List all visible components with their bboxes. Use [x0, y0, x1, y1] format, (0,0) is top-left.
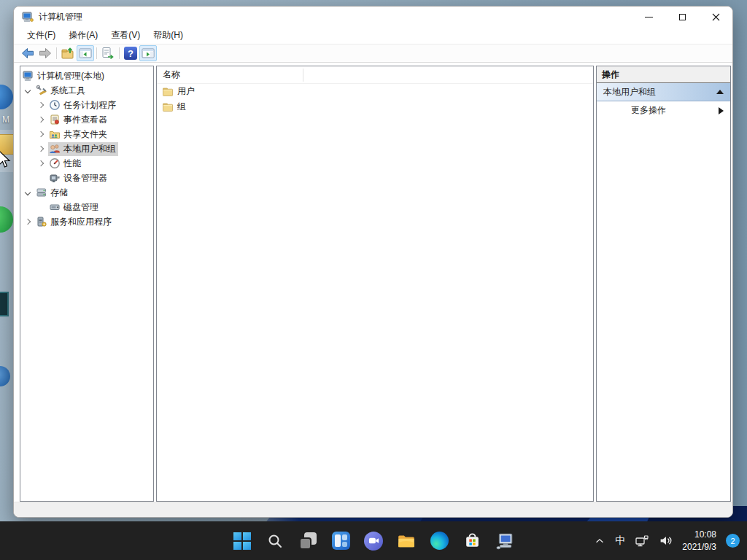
tree-item-label: 任务计划程序	[63, 99, 116, 112]
clock[interactable]: 10:08 2021/9/3	[682, 529, 716, 552]
tree-item-label: 磁盘管理	[63, 201, 98, 214]
tree-item-label: 本地用户和组	[63, 143, 116, 155]
export-list-button[interactable]	[99, 45, 117, 61]
widgets-button[interactable]	[330, 531, 351, 551]
tree-item-local-users-and-groups[interactable]: 本地用户和组	[20, 141, 153, 156]
list-item-groups[interactable]: 组	[157, 99, 593, 114]
back-button[interactable]	[19, 45, 36, 61]
network-icon[interactable]	[635, 534, 649, 548]
ime-indicator[interactable]: 中	[615, 534, 625, 548]
store-button[interactable]	[462, 531, 482, 551]
task-view-icon	[299, 532, 317, 550]
windows-logo-icon	[233, 532, 251, 550]
notification-badge[interactable]: 2	[726, 534, 740, 548]
task-scheduler-icon	[49, 99, 61, 111]
tree-item-label: 设备管理器	[63, 172, 107, 184]
console-tree-icon	[78, 46, 93, 61]
chevron-right-icon[interactable]	[38, 117, 44, 122]
tree-item-label: 计算机管理(本地)	[37, 70, 104, 82]
help-button[interactable]: ?	[122, 45, 139, 61]
menu-view[interactable]: 查看(V)	[104, 28, 147, 43]
disk-management-icon	[49, 201, 61, 213]
tree-item-shared-folders[interactable]: 共享文件夹	[20, 127, 153, 141]
tree-item-computer-management-local[interactable]: 计算机管理(本地)	[20, 69, 153, 83]
file-explorer-icon	[397, 532, 416, 551]
edge-button[interactable]	[429, 531, 449, 551]
title-bar[interactable]: 计算机管理	[14, 7, 732, 27]
system-tray: 中 10:08 2021/9/3 2	[594, 521, 740, 560]
tree-item-services-and-applications[interactable]: 服务和应用程序	[20, 214, 153, 229]
forward-arrow-icon	[38, 46, 53, 61]
shared-folders-icon	[49, 128, 61, 140]
tree-item-label: 共享文件夹	[63, 128, 107, 141]
tree-item-storage[interactable]: 存储	[20, 185, 153, 200]
action-pane-toggle-button[interactable]	[139, 45, 157, 61]
content-area: 计算机管理(本地)	[14, 63, 732, 502]
start-button[interactable]	[232, 531, 252, 551]
submenu-triangle-icon	[719, 107, 724, 114]
tree-item-label: 存储	[50, 187, 68, 199]
mouse-cursor	[0, 150, 11, 169]
desktop-icon-blue-app2[interactable]	[0, 366, 10, 386]
menu-help[interactable]: 帮助(H)	[147, 28, 190, 43]
forward-button[interactable]	[36, 45, 54, 61]
maximize-button[interactable]	[665, 7, 699, 27]
task-view-button[interactable]	[298, 531, 318, 551]
menu-file[interactable]: 文件(F)	[20, 28, 62, 43]
chat-icon	[364, 532, 383, 551]
search-button[interactable]	[265, 531, 285, 551]
desktop-icon-blue-app[interactable]	[0, 85, 13, 109]
status-bar	[14, 502, 732, 517]
minimize-button[interactable]	[632, 7, 665, 27]
list-item-users[interactable]: 用户	[157, 84, 593, 99]
collapse-triangle-icon[interactable]	[716, 90, 724, 94]
list-item-label: 用户	[177, 85, 195, 98]
tree-item-event-viewer[interactable]: 事件查看器	[20, 112, 153, 127]
more-actions-label: 更多操作	[631, 104, 666, 117]
system-tools-icon	[36, 85, 47, 96]
chevron-down-icon[interactable]	[25, 190, 31, 195]
chevron-right-icon[interactable]	[38, 146, 44, 152]
chevron-down-icon[interactable]	[25, 88, 31, 93]
widgets-icon	[332, 532, 350, 550]
tree-item-label: 服务和应用程序	[50, 216, 112, 228]
tree-item-label: 系统工具	[50, 85, 85, 97]
store-icon	[463, 532, 481, 550]
actions-section-header[interactable]: 本地用户和组	[597, 83, 730, 101]
desktop-icon-green-app[interactable]	[0, 206, 13, 233]
local-users-groups-icon	[49, 143, 61, 155]
up-level-button[interactable]	[59, 45, 77, 61]
close-button[interactable]	[699, 7, 732, 27]
tree-item-device-manager[interactable]: 设备管理器	[20, 171, 153, 185]
desktop-icon-dark-app[interactable]	[0, 292, 9, 316]
menu-bar: 文件(F) 操作(A) 查看(V) 帮助(H)	[14, 27, 732, 44]
menu-action[interactable]: 操作(A)	[62, 28, 104, 43]
tree-item-task-scheduler[interactable]: 任务计划程序	[20, 98, 153, 112]
tree-item-disk-management[interactable]: 磁盘管理	[20, 200, 153, 214]
desktop-icon-label: M	[2, 114, 9, 125]
window-title: 计算机管理	[39, 11, 82, 23]
chevron-right-icon[interactable]	[25, 219, 31, 225]
more-actions-item[interactable]: 更多操作	[597, 101, 730, 120]
tree-item-system-tools[interactable]: 系统工具	[20, 83, 153, 98]
console-tree-pane: 计算机管理(本地)	[20, 66, 154, 502]
folder-icon	[162, 101, 174, 113]
chevron-right-icon[interactable]	[38, 131, 44, 137]
chevron-right-icon[interactable]	[38, 160, 44, 166]
up-folder-icon	[61, 46, 75, 61]
folder-icon	[162, 86, 174, 98]
tray-time: 10:08	[682, 529, 716, 540]
performance-icon	[49, 158, 61, 169]
chevron-right-icon[interactable]	[38, 102, 44, 108]
tray-chevron-up-icon[interactable]	[594, 535, 605, 547]
help-icon: ?	[124, 47, 137, 60]
computer-management-taskbar-button[interactable]	[495, 531, 515, 551]
toolbar: ?	[14, 44, 732, 63]
chat-button[interactable]	[363, 531, 384, 551]
column-header-name[interactable]: 名称	[157, 66, 593, 84]
volume-icon[interactable]	[659, 534, 673, 548]
device-manager-icon	[49, 172, 61, 184]
console-tree-toggle-button[interactable]	[77, 45, 94, 61]
file-explorer-button[interactable]	[396, 531, 417, 551]
tree-item-performance[interactable]: 性能	[20, 156, 153, 171]
